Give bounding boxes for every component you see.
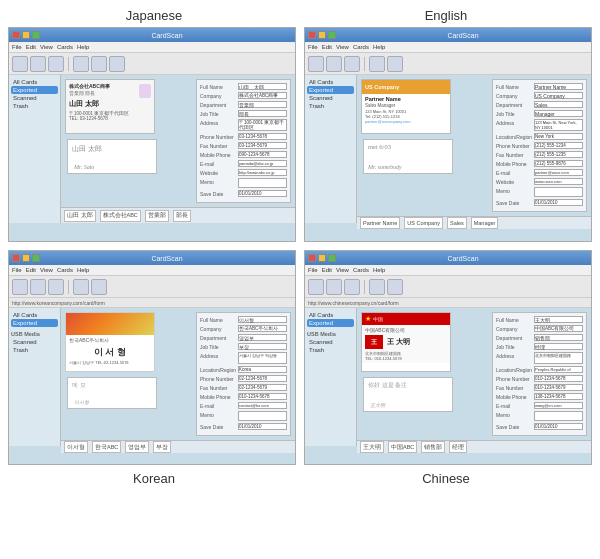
menu-file-ko[interactable]: File (12, 267, 22, 273)
menu-file-en[interactable]: File (308, 44, 318, 50)
min-button-cn[interactable] (318, 254, 326, 262)
input-fullname-cn[interactable]: 王大明 (534, 316, 583, 323)
menu-help-ko[interactable]: Help (77, 267, 89, 273)
input-jobtitle-cn[interactable]: 经理 (534, 343, 583, 350)
input-web-jp[interactable]: http://www.abc.co.jp (238, 169, 287, 176)
toolbar-btn-3-ko[interactable] (48, 279, 64, 295)
menu-cards-en[interactable]: Cards (353, 44, 369, 50)
menu-help-en[interactable]: Help (373, 44, 385, 50)
menu-edit-cn[interactable]: Edit (322, 267, 332, 273)
input-addr-cn[interactable]: 北京市朝阳区建国路 (534, 352, 583, 364)
input-jobtitle-jp[interactable]: 部長 (238, 110, 287, 117)
max-button-jp[interactable] (32, 31, 40, 39)
input-savedate-jp[interactable]: 01/01/2010 (238, 190, 287, 197)
sidebar-allcards-en[interactable]: All Cards (307, 78, 354, 86)
sidebar-trash-cn[interactable]: Trash (307, 346, 354, 354)
max-button-ko[interactable] (32, 254, 40, 262)
toolbar-btn-2-ko[interactable] (30, 279, 46, 295)
toolbar-btn-6-jp[interactable] (109, 56, 125, 72)
input-phone-en[interactable]: (212) 555-1234 (534, 142, 583, 149)
sidebar-trash-jp[interactable]: Trash (11, 102, 58, 110)
input-phone-ko[interactable]: 02-1234-5678 (238, 375, 287, 382)
close-button-cn[interactable] (308, 254, 316, 262)
max-button-en[interactable] (328, 31, 336, 39)
menu-edit-ko[interactable]: Edit (26, 267, 36, 273)
min-button-jp[interactable] (22, 31, 30, 39)
input-email-cn[interactable]: wang@cn.com (534, 402, 583, 409)
toolbar-btn-2-jp[interactable] (30, 56, 46, 72)
menu-file-cn[interactable]: File (308, 267, 318, 273)
menu-cards-cn[interactable]: Cards (353, 267, 369, 273)
menu-view-cn[interactable]: View (336, 267, 349, 273)
input-dept-en[interactable]: Sales (534, 101, 583, 108)
toolbar-btn-1-cn[interactable] (308, 279, 324, 295)
input-email-jp[interactable]: yamada@abc.co.jp (238, 160, 287, 167)
min-button-ko[interactable] (22, 254, 30, 262)
input-loc-cn[interactable]: Peoples Republic of China (534, 366, 583, 373)
toolbar-btn-3-jp[interactable] (48, 56, 64, 72)
sidebar-exported-cn[interactable]: Exported (307, 319, 354, 327)
input-email-ko[interactable]: contact@ko.com (238, 402, 287, 409)
sidebar-exported-jp[interactable]: Exported (11, 86, 58, 94)
toolbar-btn-3-cn[interactable] (344, 279, 360, 295)
input-fax-cn[interactable]: 010-1234-5679 (534, 384, 583, 391)
input-dept-cn[interactable]: 销售部 (534, 334, 583, 341)
toolbar-btn-1-ko[interactable] (12, 279, 28, 295)
min-button-en[interactable] (318, 31, 326, 39)
input-fullname-ko[interactable]: 이서형 (238, 316, 287, 323)
toolbar-btn-4-cn[interactable] (369, 279, 385, 295)
menu-edit-jp[interactable]: Edit (26, 44, 36, 50)
sidebar-scanned-cn[interactable]: Scanned (307, 338, 354, 346)
sidebar-trash-en[interactable]: Trash (307, 102, 354, 110)
sidebar-exported-ko[interactable]: Exported (11, 319, 58, 327)
menu-edit-en[interactable]: Edit (322, 44, 332, 50)
input-fullname-en[interactable]: Partner Name (534, 83, 583, 90)
sidebar-scanned-jp[interactable]: Scanned (11, 94, 58, 102)
input-phone-cn[interactable]: 010-1234-5678 (534, 375, 583, 382)
sidebar-allcards-cn[interactable]: All Cards (307, 311, 354, 319)
toolbar-btn-4-jp[interactable] (73, 56, 89, 72)
input-company-ko[interactable]: 한국ABC주식회사 (238, 325, 287, 332)
sidebar-trash-ko[interactable]: Trash (11, 346, 58, 354)
input-mobile-jp[interactable]: 090-1234-5678 (238, 151, 287, 158)
input-memo-jp[interactable] (238, 178, 287, 188)
max-button-cn[interactable] (328, 254, 336, 262)
toolbar-btn-5-cn[interactable] (387, 279, 403, 295)
input-email-en[interactable]: partner@usco.com (534, 169, 583, 176)
input-fax-ko[interactable]: 02-1234-5679 (238, 384, 287, 391)
input-phone-jp[interactable]: 03-1234-5678 (238, 133, 287, 140)
input-company-cn[interactable]: 中国ABC有限公司 (534, 325, 583, 332)
toolbar-btn-4-en[interactable] (369, 56, 385, 72)
close-button-ko[interactable] (12, 254, 20, 262)
toolbar-btn-5-ko[interactable] (91, 279, 107, 295)
input-dept-ko[interactable]: 영업부 (238, 334, 287, 341)
input-jobtitle-ko[interactable]: 부장 (238, 343, 287, 350)
toolbar-btn-5-en[interactable] (387, 56, 403, 72)
close-button-en[interactable] (308, 31, 316, 39)
input-addr-ko[interactable]: 서울시 강남구 역삼동 (238, 352, 287, 364)
input-addr-en[interactable]: 123 Main St, New York, NY 10001 (534, 119, 583, 131)
sidebar-scanned-en[interactable]: Scanned (307, 94, 354, 102)
input-fax-en[interactable]: (212) 555-1235 (534, 151, 583, 158)
close-button-jp[interactable] (12, 31, 20, 39)
menu-file-jp[interactable]: File (12, 44, 22, 50)
input-company-en[interactable]: US Company (534, 92, 583, 99)
sidebar-exported-en[interactable]: Exported (307, 86, 354, 94)
input-loc-ko[interactable]: Korea (238, 366, 287, 373)
toolbar-btn-4-ko[interactable] (73, 279, 89, 295)
toolbar-btn-3-en[interactable] (344, 56, 360, 72)
input-fax-jp[interactable]: 03-1234-5679 (238, 142, 287, 149)
input-web-en[interactable]: www.usco.com (534, 178, 583, 185)
input-savedate-en[interactable]: 01/01/2010 (534, 199, 583, 206)
toolbar-btn-1-jp[interactable] (12, 56, 28, 72)
sidebar-scanned-ko[interactable]: Scanned (11, 338, 58, 346)
toolbar-btn-2-cn[interactable] (326, 279, 342, 295)
menu-view-jp[interactable]: View (40, 44, 53, 50)
input-memo-cn[interactable] (534, 411, 583, 421)
menu-cards-ko[interactable]: Cards (57, 267, 73, 273)
input-memo-en[interactable] (534, 187, 583, 197)
menu-view-en[interactable]: View (336, 44, 349, 50)
menu-help-jp[interactable]: Help (77, 44, 89, 50)
input-mobile-en[interactable]: (212) 555-9876 (534, 160, 583, 167)
input-mobile-cn[interactable]: 138-1234-5678 (534, 393, 583, 400)
